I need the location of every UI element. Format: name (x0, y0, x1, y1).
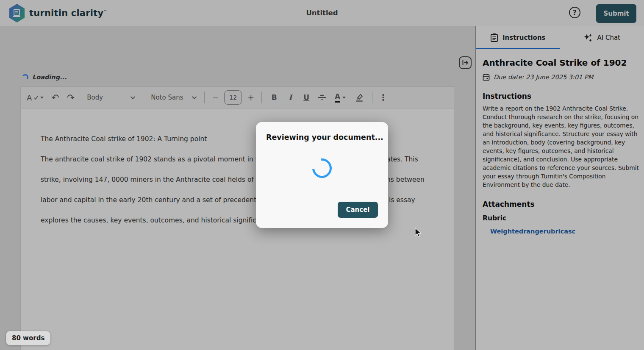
reviewing-document-modal: Reviewing your document... Cancel (256, 122, 388, 228)
modal-title: Reviewing your document... (266, 133, 383, 142)
word-count-badge: 80 words (6, 331, 50, 345)
review-progress-spinner-icon (308, 155, 336, 182)
cancel-button[interactable]: Cancel (338, 202, 378, 218)
